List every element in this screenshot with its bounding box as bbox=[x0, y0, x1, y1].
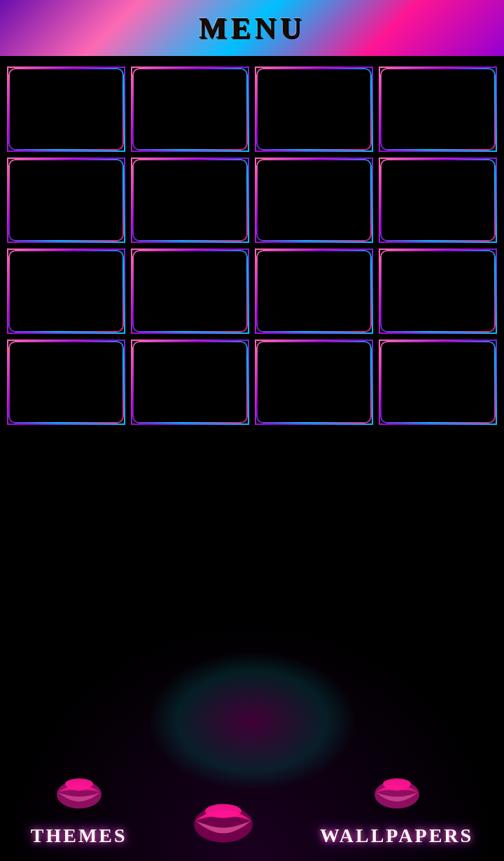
allapps-label: All Apps bbox=[50, 315, 83, 326]
camera-app[interactable]: Camera bbox=[131, 66, 249, 152]
addtohome-label: Add to Home bbox=[288, 406, 341, 416]
svg-point-66 bbox=[205, 804, 241, 818]
gallery-label: Gallery bbox=[424, 133, 452, 144]
svg-point-14 bbox=[188, 103, 192, 107]
calendar-icon bbox=[42, 78, 91, 127]
svg-point-37 bbox=[60, 289, 71, 300]
svg-point-61 bbox=[430, 369, 444, 383]
camera-icon bbox=[166, 78, 215, 127]
maps-app[interactable]: Maps bbox=[255, 66, 373, 152]
wallpapers-section[interactable]: WALLPAPERS bbox=[320, 763, 473, 847]
svg-point-13 bbox=[185, 100, 195, 110]
homesettings-app[interactable]: Home Settin... bbox=[379, 340, 497, 425]
svg-point-38 bbox=[71, 289, 82, 300]
svg-rect-48 bbox=[74, 373, 80, 380]
svg-rect-28 bbox=[440, 184, 445, 190]
svg-rect-51 bbox=[74, 383, 80, 390]
svg-point-34 bbox=[60, 279, 71, 290]
svg-point-35 bbox=[71, 279, 82, 290]
allapps-app[interactable]: All Apps bbox=[7, 248, 125, 334]
svg-rect-50 bbox=[62, 383, 69, 390]
addtohome-app[interactable]: Add to Home bbox=[255, 340, 373, 425]
svg-point-8 bbox=[54, 113, 58, 118]
playstore-icon bbox=[166, 260, 215, 309]
svg-point-68 bbox=[383, 778, 411, 790]
bottom-area: THEMES WALLPAPERS bbox=[0, 616, 504, 861]
svg-rect-47 bbox=[62, 373, 69, 380]
calculator-icon bbox=[42, 351, 91, 400]
devicesettings-icon bbox=[414, 260, 463, 309]
svg-rect-45 bbox=[52, 360, 80, 370]
themes-label: THEMES bbox=[31, 825, 127, 847]
silent-app[interactable]: Silent Optio... bbox=[7, 158, 125, 243]
svg-rect-0 bbox=[46, 88, 86, 123]
svg-point-41 bbox=[305, 268, 322, 285]
svg-point-15 bbox=[201, 94, 205, 98]
energy-app[interactable]: Energy Setti... bbox=[379, 158, 497, 243]
svg-point-53 bbox=[178, 366, 184, 372]
svg-point-22 bbox=[187, 174, 192, 180]
profile-app[interactable]: Profile bbox=[255, 248, 373, 334]
silent-label: Silent Optio... bbox=[38, 224, 93, 234]
svg-rect-39 bbox=[173, 276, 207, 304]
svg-point-62 bbox=[434, 372, 441, 379]
memo-app[interactable]: Memo bbox=[131, 340, 249, 425]
maps-icon bbox=[290, 78, 339, 127]
wifi-icon bbox=[290, 169, 339, 218]
svg-point-43 bbox=[423, 297, 427, 301]
svg-point-7 bbox=[74, 104, 78, 108]
devicesettings-label: Device Setti... bbox=[410, 315, 465, 326]
allapps-icon bbox=[42, 260, 91, 309]
gallery-app[interactable]: Gallery bbox=[379, 66, 497, 152]
svg-point-32 bbox=[71, 270, 82, 281]
svg-marker-40 bbox=[186, 284, 200, 296]
energy-icon bbox=[414, 169, 463, 218]
svg-point-24 bbox=[310, 204, 317, 211]
svg-point-42 bbox=[305, 268, 322, 285]
svg-rect-18 bbox=[421, 86, 455, 120]
svg-point-16 bbox=[308, 92, 319, 103]
devicesettings-app[interactable]: Device Setti... bbox=[379, 248, 497, 334]
svg-rect-25 bbox=[432, 202, 443, 206]
homesettings-icon bbox=[414, 351, 463, 400]
gallery-icon bbox=[414, 78, 463, 127]
energy-label: Energy Setti... bbox=[410, 224, 467, 234]
camera-label: Camera bbox=[174, 133, 206, 144]
addtohome-icon bbox=[290, 351, 339, 400]
svg-point-57 bbox=[178, 383, 184, 388]
themes-lips-icon bbox=[51, 763, 107, 819]
svg-rect-1 bbox=[46, 88, 86, 123]
playstore-label: Play Store bbox=[169, 315, 211, 326]
wallpapers-lips-icon bbox=[369, 763, 425, 819]
svg-point-33 bbox=[50, 279, 62, 290]
profile-icon bbox=[290, 260, 339, 309]
svg-point-55 bbox=[178, 374, 184, 380]
profile-label: Profile bbox=[301, 315, 327, 326]
svg-rect-26 bbox=[433, 207, 442, 211]
center-lips-section bbox=[188, 791, 258, 847]
calendar-app[interactable]: Calendar bbox=[7, 66, 125, 152]
svg-rect-46 bbox=[52, 373, 59, 380]
wallpapers-label: WALLPAPERS bbox=[320, 825, 473, 847]
calendar-label: Calendar bbox=[48, 133, 85, 144]
playstore-app[interactable]: Play Store bbox=[131, 248, 249, 334]
wifi-label: Wi-Fi Settin... bbox=[286, 224, 341, 234]
svg-point-12 bbox=[181, 97, 198, 113]
svg-point-30 bbox=[50, 270, 62, 281]
alarm-app[interactable]: Alarm bbox=[131, 158, 249, 243]
svg-rect-27 bbox=[430, 184, 436, 190]
center-lips-icon bbox=[188, 791, 258, 847]
wifi-app[interactable]: Wi-Fi Settin... bbox=[255, 158, 373, 243]
themes-section[interactable]: THEMES bbox=[31, 763, 127, 847]
calculator-app[interactable]: Calculator bbox=[7, 340, 125, 425]
svg-rect-44 bbox=[49, 358, 83, 395]
svg-rect-52 bbox=[173, 359, 207, 396]
svg-point-20 bbox=[434, 97, 441, 104]
svg-point-36 bbox=[50, 289, 62, 300]
svg-point-5 bbox=[54, 104, 58, 108]
svg-rect-21 bbox=[57, 188, 74, 202]
svg-rect-2 bbox=[46, 88, 86, 99]
alarm-label: Alarm bbox=[178, 224, 202, 234]
memo-label: Memo bbox=[177, 406, 202, 416]
svg-rect-49 bbox=[52, 383, 59, 390]
